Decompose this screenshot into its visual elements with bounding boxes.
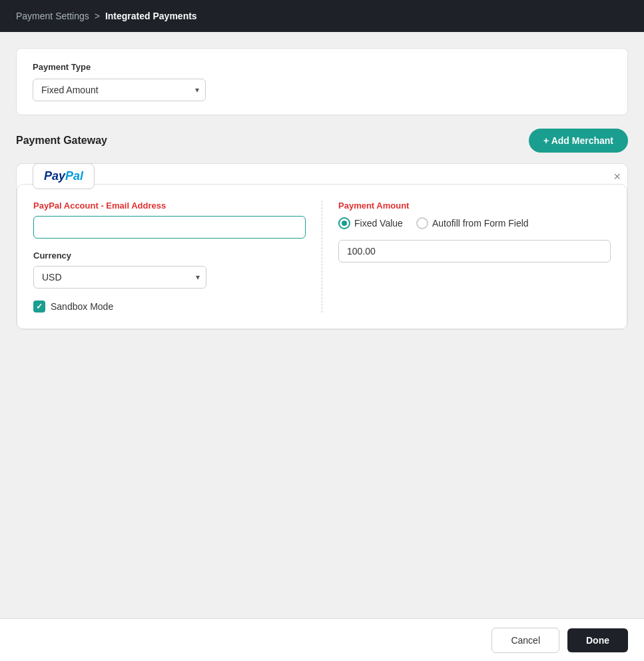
fixed-value-radio-option[interactable]: Fixed Value [338, 217, 403, 229]
sandbox-mode-row: Sandbox Mode [33, 301, 306, 313]
currency-label: Currency [33, 251, 306, 261]
section-header: Payment Gateway + Add Merchant [16, 129, 628, 153]
breadcrumb-separator: > [95, 11, 100, 21]
footer-bar: Cancel Done [0, 618, 644, 661]
currency-section: Currency USD EUR GBP ▾ [33, 251, 306, 289]
currency-select-wrapper: USD EUR GBP ▾ [33, 266, 206, 289]
paypal-text-pal: Pal [65, 169, 83, 183]
payment-gateway-section: Payment Gateway + Add Merchant PayPal × … [16, 129, 628, 330]
close-button[interactable]: × [613, 171, 621, 183]
done-button[interactable]: Done [567, 628, 628, 652]
currency-select[interactable]: USD EUR GBP [33, 266, 206, 289]
gateway-card-body: × PayPal Account - Email Address Currenc… [17, 184, 627, 329]
paypal-logo: PayPal [44, 169, 83, 183]
email-field-label: PayPal Account - Email Address [33, 201, 306, 211]
section-title: Payment Gateway [16, 135, 107, 147]
breadcrumb-parent[interactable]: Payment Settings [16, 11, 89, 21]
autofill-label: Autofill from Form Field [432, 218, 529, 229]
cancel-button[interactable]: Cancel [491, 628, 559, 653]
paypal-tab[interactable]: PayPal [33, 163, 95, 189]
payment-type-select[interactable]: Fixed Amount Variable Amount [33, 79, 206, 101]
paypal-email-input[interactable] [33, 216, 306, 239]
fixed-value-radio-button[interactable] [338, 217, 350, 229]
breadcrumb-current: Integrated Payments [105, 11, 197, 21]
sandbox-checkbox[interactable] [33, 301, 45, 313]
payment-type-select-wrapper: Fixed Amount Variable Amount ▾ [33, 79, 206, 101]
payment-amount-radio-group: Fixed Value Autofill from Form Field [338, 217, 611, 229]
fixed-value-label: Fixed Value [354, 218, 403, 229]
autofill-radio-option[interactable]: Autofill from Form Field [416, 217, 529, 229]
gateway-right-column: Payment Amount Fixed Value Autofill from… [322, 201, 611, 313]
paypal-text-pay: Pay [44, 169, 65, 183]
add-merchant-button[interactable]: + Add Merchant [529, 129, 628, 153]
autofill-radio-button[interactable] [416, 217, 428, 229]
payment-amount-label: Payment Amount [338, 201, 611, 211]
paypal-gateway-card: PayPal × PayPal Account - Email Address … [16, 163, 628, 330]
sandbox-label: Sandbox Mode [51, 301, 113, 312]
payment-type-label: Payment Type [33, 62, 611, 72]
amount-input[interactable] [338, 240, 611, 263]
gateway-left-column: PayPal Account - Email Address Currency … [33, 201, 322, 313]
main-content: Payment Type Fixed Amount Variable Amoun… [0, 32, 644, 618]
payment-type-card: Payment Type Fixed Amount Variable Amoun… [16, 48, 628, 115]
top-navigation-bar: Payment Settings > Integrated Payments [0, 0, 644, 32]
